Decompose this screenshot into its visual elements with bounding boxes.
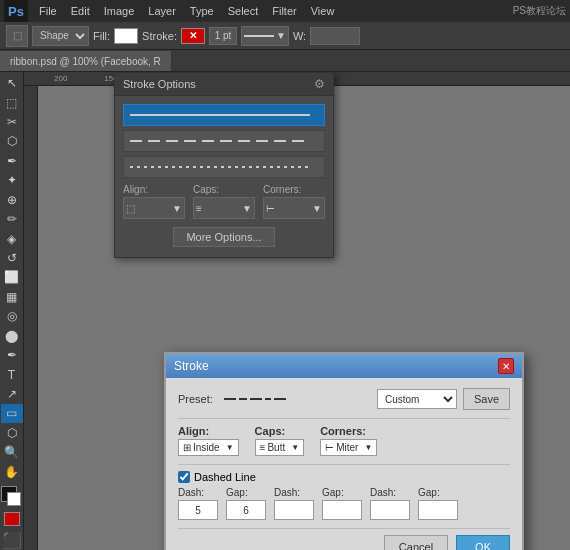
dotted-line-preview <box>130 166 310 168</box>
stroke-label: Stroke: <box>142 30 177 42</box>
divider-1 <box>178 418 510 419</box>
tool-3d[interactable]: ⬡ <box>1 424 23 442</box>
dash2-label: Dash: <box>274 487 314 498</box>
menu-edit[interactable]: Edit <box>64 3 97 19</box>
caps-select[interactable]: ≡▼ <box>193 197 255 219</box>
dash-gap-row: Dash: 5 Gap: 6 Dash: Gap: <box>178 487 510 520</box>
dash2-group: Dash: <box>274 487 314 520</box>
shape-type-select[interactable]: Shape <box>32 26 89 46</box>
menu-right-info: PS教程论坛 <box>513 4 566 18</box>
menu-select[interactable]: Select <box>221 3 266 19</box>
app-logo: Ps <box>4 0 28 22</box>
divider-2 <box>178 464 510 465</box>
dialog-align-select[interactable]: ⊞ Inside ▼ <box>178 439 239 456</box>
stroke-dashed-option[interactable] <box>123 130 325 152</box>
stroke-options-popup: Stroke Options ⚙ Align <box>114 72 334 258</box>
stroke-solid-option[interactable] <box>123 104 325 126</box>
gap3-input[interactable] <box>418 500 458 520</box>
ruler-vertical <box>24 86 38 550</box>
corners-label: Corners: <box>263 184 325 195</box>
document-tab[interactable]: ribbon.psd @ 100% (Facebook, R <box>0 51 172 71</box>
tool-icon: ⬚ <box>6 25 28 47</box>
dash3-input[interactable] <box>370 500 410 520</box>
dialog-align-label: Align: <box>178 425 239 437</box>
stroke-color-swatch[interactable]: ✕ <box>181 28 205 44</box>
tool-history-brush[interactable]: ↺ <box>1 249 23 267</box>
tool-path-selection[interactable]: ↗ <box>1 385 23 403</box>
tool-marquee[interactable]: ⬚ <box>1 93 23 111</box>
gap1-label: Gap: <box>226 487 266 498</box>
close-button[interactable]: ✕ <box>498 358 514 374</box>
w-label: W: <box>293 30 306 42</box>
dialog-align-group: Align: ⊞ Inside ▼ <box>178 425 239 456</box>
stroke-options-header: Stroke Options ⚙ <box>115 73 333 96</box>
tool-magic-wand[interactable]: ⬡ <box>1 132 23 150</box>
tool-hand[interactable]: ✋ <box>1 462 23 480</box>
menu-filter[interactable]: Filter <box>265 3 303 19</box>
tool-lasso[interactable]: ✂ <box>1 113 23 131</box>
stroke-dash-select[interactable]: ▼ <box>241 26 289 46</box>
dashed-line-label: Dashed Line <box>194 471 256 483</box>
stroke-dialog-titlebar: Stroke ✕ <box>166 354 522 378</box>
tool-dodge[interactable]: ⬤ <box>1 326 23 344</box>
tool-gradient[interactable]: ▦ <box>1 288 23 306</box>
screen-mode[interactable]: ⬛ <box>2 531 22 550</box>
dialog-caps-select[interactable]: ≡ Butt ▼ <box>255 439 305 456</box>
gap2-label: Gap: <box>322 487 362 498</box>
dash1-group: Dash: 5 <box>178 487 218 520</box>
w-input[interactable] <box>310 27 360 45</box>
quick-mask-icon[interactable] <box>4 512 20 526</box>
dash3-group: Dash: <box>370 487 410 520</box>
menu-image[interactable]: Image <box>97 3 142 19</box>
fill-label: Fill: <box>93 30 110 42</box>
tool-zoom[interactable]: 🔍 <box>1 443 23 461</box>
menu-layer[interactable]: Layer <box>141 3 183 19</box>
tool-selection[interactable]: ↖ <box>1 74 23 92</box>
stroke-dialog-title: Stroke <box>174 359 209 373</box>
dash2-input[interactable] <box>274 500 314 520</box>
fill-color-swatch[interactable] <box>114 28 138 44</box>
stroke-dotted-option[interactable] <box>123 156 325 178</box>
dash1-input[interactable]: 5 <box>178 500 218 520</box>
dashed-line-checkbox[interactable] <box>178 471 190 483</box>
menu-file[interactable]: File <box>32 3 64 19</box>
gap3-label: Gap: <box>418 487 458 498</box>
dash1-label: Dash: <box>178 487 218 498</box>
dialog-corners-select[interactable]: ⊢ Miter ▼ <box>320 439 377 456</box>
dialog-caps-label: Caps: <box>255 425 305 437</box>
stroke-dialog-body: Preset: Custom Save <box>166 378 522 550</box>
dialog-corners-group: Corners: ⊢ Miter ▼ <box>320 425 377 456</box>
corners-group: Corners: ⊢▼ <box>263 184 325 219</box>
tool-eyedropper[interactable]: ✦ <box>1 171 23 189</box>
tool-shape[interactable]: ▭ <box>1 404 23 422</box>
align-select[interactable]: ⬚▼ <box>123 197 185 219</box>
preset-row: Preset: Custom Save <box>178 388 510 410</box>
ok-button[interactable]: OK <box>456 535 510 550</box>
tool-clone[interactable]: ◈ <box>1 229 23 247</box>
more-options-button[interactable]: More Options... <box>173 227 274 247</box>
dashed-line-preview <box>130 140 310 142</box>
tool-eraser[interactable]: ⬜ <box>1 268 23 286</box>
tool-blur[interactable]: ◎ <box>1 307 23 325</box>
tool-crop[interactable]: ✒ <box>1 152 23 170</box>
save-button[interactable]: Save <box>463 388 510 410</box>
preset-select[interactable]: Custom <box>377 389 457 409</box>
color-swatch-area <box>1 486 23 509</box>
tool-healing[interactable]: ⊕ <box>1 191 23 209</box>
background-color[interactable] <box>7 492 21 506</box>
cancel-button[interactable]: Cancel <box>384 535 448 550</box>
stroke-size-input[interactable] <box>209 27 237 45</box>
align-caps-corners-dialog-row: Align: ⊞ Inside ▼ Caps: ≡ Butt ▼ <box>178 425 510 456</box>
tool-brush[interactable]: ✏ <box>1 210 23 228</box>
gear-icon[interactable]: ⚙ <box>314 77 325 91</box>
dashed-line-row: Dashed Line <box>178 471 510 483</box>
menubar: Ps File Edit Image Layer Type Select Fil… <box>0 0 570 22</box>
tool-pen[interactable]: ✒ <box>1 346 23 364</box>
menu-view[interactable]: View <box>304 3 342 19</box>
tool-text[interactable]: T <box>1 365 23 383</box>
menu-type[interactable]: Type <box>183 3 221 19</box>
corners-select[interactable]: ⊢▼ <box>263 197 325 219</box>
gap2-input[interactable] <box>322 500 362 520</box>
gap1-input[interactable]: 6 <box>226 500 266 520</box>
align-label: Align: <box>123 184 185 195</box>
